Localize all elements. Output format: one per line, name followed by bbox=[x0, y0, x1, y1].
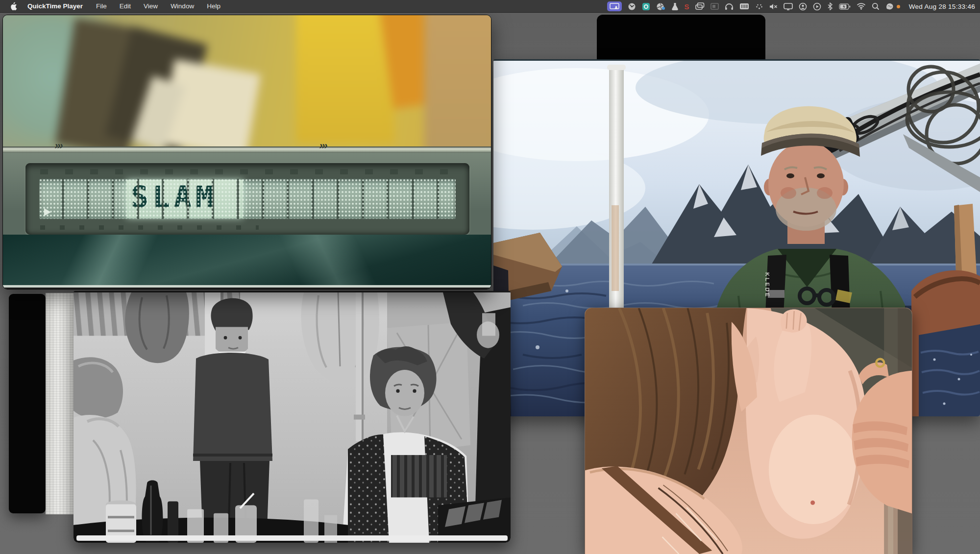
display-bezel: SLAM bbox=[25, 163, 469, 235]
inactive-square-icon[interactable] bbox=[710, 1, 719, 11]
led-lower-ticks bbox=[40, 225, 259, 230]
flask-icon[interactable] bbox=[671, 1, 679, 11]
window-bottom-edge bbox=[3, 288, 491, 289]
menu-bar: QuickTime Player File Edit View Window H… bbox=[0, 0, 980, 13]
led-cursor-wedge bbox=[44, 208, 51, 216]
collage-blur bbox=[3, 15, 491, 152]
bluetooth-icon[interactable] bbox=[827, 1, 833, 11]
machine-top-rail bbox=[3, 146, 491, 153]
film-edge-strip bbox=[76, 535, 508, 541]
notification-dot bbox=[897, 5, 900, 8]
screen-mirroring-icon[interactable] bbox=[607, 1, 622, 11]
led-upper-ticks bbox=[40, 169, 455, 174]
bw-party-video-window[interactable] bbox=[74, 291, 511, 543]
led-display: SLAM bbox=[39, 179, 456, 219]
battery-charging-icon[interactable] bbox=[839, 1, 851, 11]
status-icon-tray: S bbox=[607, 0, 975, 13]
display-icon[interactable] bbox=[784, 1, 793, 11]
shutter-badge-icon[interactable] bbox=[656, 1, 665, 11]
play-circle-icon[interactable] bbox=[813, 1, 821, 11]
windows-stack-icon[interactable] bbox=[695, 1, 705, 11]
yellow-panel bbox=[296, 15, 394, 143]
menu-view[interactable]: View bbox=[137, 2, 164, 10]
menu-bar-clock[interactable]: Wed Aug 28 15:33:46 bbox=[909, 3, 975, 10]
desktop[interactable]: QuickTime Player File Edit View Window H… bbox=[0, 0, 980, 554]
bw-party-content bbox=[74, 292, 511, 543]
spotlight-icon[interactable] bbox=[872, 1, 880, 11]
led-dot-matrix-overlay bbox=[39, 179, 456, 219]
baby-video-content bbox=[585, 308, 912, 554]
wifi-icon[interactable] bbox=[857, 1, 866, 11]
teal-app-icon[interactable] bbox=[642, 1, 650, 11]
light-streak bbox=[209, 235, 434, 289]
volume-mute-icon[interactable] bbox=[769, 1, 778, 11]
vfd-machine: ››› ››› SLAM bbox=[3, 146, 491, 289]
app-name[interactable]: QuickTime Player bbox=[21, 2, 90, 10]
baby-scene bbox=[585, 308, 912, 554]
radiating-dots-icon[interactable] bbox=[755, 1, 763, 11]
baby-video-window[interactable] bbox=[585, 308, 912, 554]
menu-help[interactable]: Help bbox=[200, 2, 227, 10]
apple-menu-icon[interactable] bbox=[6, 2, 21, 10]
light-streak bbox=[3, 235, 228, 289]
blurry-collage bbox=[3, 15, 491, 152]
tan-panel bbox=[424, 15, 491, 152]
dial-gauge-icon[interactable] bbox=[628, 1, 636, 11]
party-scene bbox=[74, 292, 511, 543]
menu-window[interactable]: Window bbox=[164, 2, 200, 10]
keyboard-icon[interactable] bbox=[739, 1, 749, 11]
black-portrait-window[interactable] bbox=[9, 294, 46, 513]
red-s-icon[interactable]: S bbox=[685, 1, 689, 11]
black-window-peek[interactable] bbox=[597, 15, 765, 61]
film-leader-strip-window[interactable] bbox=[46, 293, 74, 514]
user-circle-icon[interactable] bbox=[799, 1, 807, 11]
menu-file[interactable]: File bbox=[90, 2, 113, 10]
vfd-video-window[interactable]: ››› ››› SLAM bbox=[2, 15, 491, 289]
siri-icon[interactable] bbox=[885, 1, 894, 11]
menu-bar-left: QuickTime Player File Edit View Window H… bbox=[0, 2, 227, 10]
menu-edit[interactable]: Edit bbox=[113, 2, 137, 10]
headset-icon[interactable] bbox=[725, 1, 734, 11]
radiator bbox=[391, 455, 447, 498]
metal-base bbox=[3, 235, 491, 289]
